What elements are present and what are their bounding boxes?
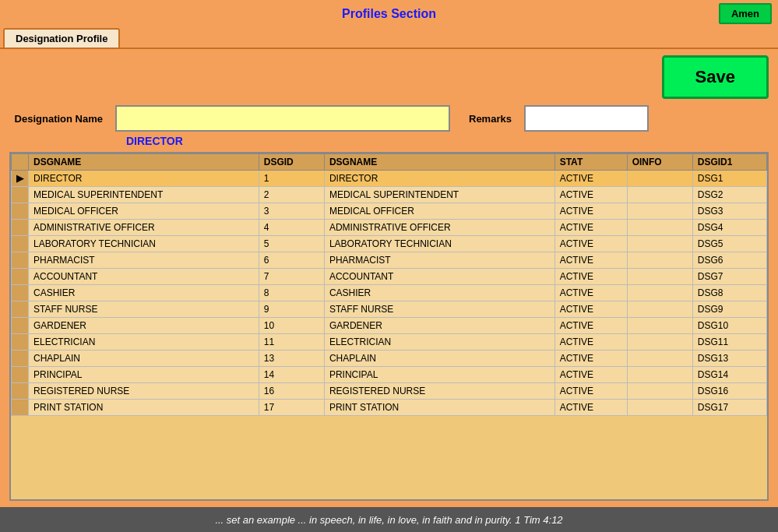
table-row[interactable]: CHAPLAIN13CHAPLAINACTIVEDSG13	[12, 351, 767, 367]
app-title: Profiles Section	[342, 7, 436, 21]
table-cell	[627, 269, 692, 285]
designation-name-label: Designation Name	[9, 113, 103, 125]
table-cell: CHAPLAIN	[324, 351, 554, 367]
table-cell: 7	[259, 269, 324, 285]
bottom-bar: ... set an example ... in speech, in lif…	[0, 507, 778, 532]
tab-designation-profile[interactable]: Designation Profile	[3, 28, 120, 48]
table-cell: STAFF NURSE	[324, 301, 554, 318]
table-row[interactable]: CASHIER8CASHIERACTIVEDSG8	[12, 285, 767, 301]
row-indicator	[12, 301, 29, 318]
table-cell: ACTIVE	[554, 236, 627, 252]
table-cell	[627, 171, 692, 187]
table-cell	[627, 220, 692, 236]
table-cell: ACCOUNTANT	[29, 269, 259, 285]
table-header-row: DSGNAME DSGID DSGNAME STAT OINFO DSGID1	[12, 154, 767, 171]
row-indicator	[12, 236, 29, 252]
table-cell: 3	[259, 203, 324, 220]
designation-name-input[interactable]	[115, 105, 450, 132]
table-cell: DSG5	[692, 236, 766, 252]
table-cell: ACTIVE	[554, 318, 627, 334]
table-cell: DSG2	[692, 187, 766, 203]
table-cell: DSG8	[692, 285, 766, 301]
remarks-label: Remarks	[469, 113, 512, 125]
table-cell	[627, 285, 692, 301]
table-cell: ACTIVE	[554, 171, 627, 187]
table-cell: DSG6	[692, 252, 766, 269]
table-cell: ACTIVE	[554, 220, 627, 236]
table-cell: ACTIVE	[554, 285, 627, 301]
row-indicator	[12, 269, 29, 285]
table-container[interactable]: DSGNAME DSGID DSGNAME STAT OINFO DSGID1 …	[9, 152, 769, 501]
table-cell: 16	[259, 383, 324, 400]
amen-button[interactable]: Amen	[719, 3, 772, 24]
table-cell: DSG1	[692, 171, 766, 187]
table-cell: ACCOUNTANT	[324, 269, 554, 285]
row-indicator	[12, 203, 29, 220]
table-row[interactable]: PHARMACIST6PHARMACISTACTIVEDSG6	[12, 252, 767, 269]
table-cell: PRINCIPAL	[29, 367, 259, 383]
table-cell: 1	[259, 171, 324, 187]
table-row[interactable]: MEDICAL OFFICER3MEDICAL OFFICERACTIVEDSG…	[12, 203, 767, 220]
table-cell: ACTIVE	[554, 187, 627, 203]
table-cell: PRINT STATION	[324, 400, 554, 416]
remarks-input[interactable]	[524, 105, 649, 132]
table-row[interactable]: GARDENER10GARDENERACTIVEDSG10	[12, 318, 767, 334]
table-cell: DSG10	[692, 318, 766, 334]
table-row[interactable]: MEDICAL SUPERINTENDENT2MEDICAL SUPERINTE…	[12, 187, 767, 203]
table-row[interactable]: STAFF NURSE9STAFF NURSEACTIVEDSG9	[12, 301, 767, 318]
table-cell	[627, 187, 692, 203]
save-area: Save	[9, 55, 769, 99]
table-cell: MEDICAL OFFICER	[324, 203, 554, 220]
col-stat: STAT	[554, 154, 627, 171]
table-cell: 8	[259, 285, 324, 301]
table-cell	[627, 203, 692, 220]
table-cell: PRINCIPAL	[324, 367, 554, 383]
table-row[interactable]: ELECTRICIAN11ELECTRICIANACTIVEDSG11	[12, 334, 767, 351]
table-cell	[627, 318, 692, 334]
row-indicator	[12, 187, 29, 203]
table-cell: DSG9	[692, 301, 766, 318]
table-cell: LABORATORY TECHNICIAN	[324, 236, 554, 252]
table-cell: MEDICAL SUPERINTENDENT	[29, 187, 259, 203]
table-cell: 17	[259, 400, 324, 416]
table-cell: MEDICAL OFFICER	[29, 203, 259, 220]
table-cell	[627, 252, 692, 269]
col-dsgname2: DSGNAME	[324, 154, 554, 171]
table-cell: DIRECTOR	[29, 171, 259, 187]
table-cell: CHAPLAIN	[29, 351, 259, 367]
table-row[interactable]: PRINCIPAL14PRINCIPALACTIVEDSG14	[12, 367, 767, 383]
table-row[interactable]: ACCOUNTANT7ACCOUNTANTACTIVEDSG7	[12, 269, 767, 285]
table-cell	[627, 334, 692, 351]
table-cell	[627, 351, 692, 367]
table-row[interactable]: PRINT STATION17PRINT STATIONACTIVEDSG17	[12, 400, 767, 416]
table-cell: ELECTRICIAN	[29, 334, 259, 351]
row-indicator	[12, 400, 29, 416]
row-indicator	[12, 334, 29, 351]
row-indicator	[12, 383, 29, 400]
table-cell: 2	[259, 187, 324, 203]
designation-table: DSGNAME DSGID DSGNAME STAT OINFO DSGID1 …	[11, 153, 767, 416]
table-cell: CASHIER	[29, 285, 259, 301]
table-row[interactable]: ADMINISTRATIVE OFFICER4ADMINISTRATIVE OF…	[12, 220, 767, 236]
app-container: Profiles Section Amen Designation Profil…	[0, 0, 778, 532]
table-cell: ACTIVE	[554, 351, 627, 367]
table-row[interactable]: REGISTERED NURSE16REGISTERED NURSEACTIVE…	[12, 383, 767, 400]
table-cell: 13	[259, 351, 324, 367]
table-cell: DSG13	[692, 351, 766, 367]
table-cell: ADMINISTRATIVE OFFICER	[324, 220, 554, 236]
table-cell: ACTIVE	[554, 269, 627, 285]
table-cell: REGISTERED NURSE	[29, 383, 259, 400]
form-row: Designation Name Remarks	[9, 105, 769, 132]
table-row[interactable]: ▶DIRECTOR1DIRECTORACTIVEDSG1	[12, 171, 767, 187]
table-row[interactable]: LABORATORY TECHNICIAN5LABORATORY TECHNIC…	[12, 236, 767, 252]
table-cell: 14	[259, 367, 324, 383]
row-indicator	[12, 351, 29, 367]
col-dsgid: DSGID	[259, 154, 324, 171]
table-cell: LABORATORY TECHNICIAN	[29, 236, 259, 252]
table-cell	[627, 301, 692, 318]
tab-bar: Designation Profile	[0, 28, 778, 49]
save-button[interactable]: Save	[662, 55, 769, 99]
table-cell	[627, 400, 692, 416]
table-cell: ACTIVE	[554, 383, 627, 400]
table-cell: 9	[259, 301, 324, 318]
